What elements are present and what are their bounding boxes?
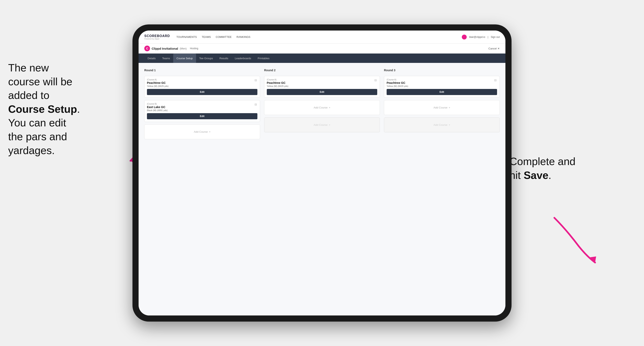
round3-course-a-edit-button[interactable]: Edit	[386, 89, 497, 95]
round3-course-a-delete-icon[interactable]: ⊟	[494, 78, 498, 82]
nav-tournaments[interactable]: TOURNAMENTS	[176, 35, 197, 38]
round1-course-a-name: Peachtree GC	[147, 81, 258, 84]
round3-add-course-disabled-icon: +	[449, 123, 450, 126]
round2-add-course-disabled: Add Course +	[264, 117, 380, 132]
round3-course-a-name: Peachtree GC	[386, 81, 497, 84]
annotation-left: The new course will be added to Course S…	[8, 61, 130, 157]
round2-add-course-active-icon: +	[329, 106, 330, 109]
arrow-right-icon	[550, 214, 612, 267]
nav-left: SCOREBOARD Powered by clippd TOURNAMENTS…	[144, 34, 250, 40]
nav-teams[interactable]: TEAMS	[202, 35, 211, 38]
round3-course-a-card: ⊟ (Course A) Peachtree GC Yellow (M) (66…	[384, 76, 500, 98]
round2-add-course-active-label: Add Course	[314, 106, 328, 109]
annotation-line5: You can edit	[8, 117, 66, 129]
nav-rankings[interactable]: RANKINGS	[236, 35, 250, 38]
round-2-header: Round 2	[264, 69, 380, 72]
svg-marker-1	[589, 256, 596, 263]
scoreboard-logo: SCOREBOARD Powered by clippd	[144, 34, 170, 40]
round1-course-a-label: (Course A)	[147, 79, 258, 81]
round-3-header: Round 3	[384, 69, 500, 72]
round2-add-course-active-button[interactable]: Add Course +	[264, 100, 380, 115]
round2-course-a-card: ⊟ (Course A) Peachtree GC Yellow (M) (66…	[264, 76, 380, 98]
sign-out-link[interactable]: Sign out	[491, 36, 500, 38]
tab-tee-groups[interactable]: Tee Groups	[196, 53, 216, 63]
annotation-line1: The new	[8, 62, 49, 74]
tab-details[interactable]: Details	[144, 53, 159, 63]
tournament-category: (Men)	[180, 47, 187, 50]
round3-add-course-disabled: Add Course +	[384, 117, 500, 132]
round3-add-course-disabled-label: Add Course	[434, 123, 448, 126]
top-nav: SCOREBOARD Powered by clippd TOURNAMENTS…	[138, 30, 506, 43]
tablet-screen: SCOREBOARD Powered by clippd TOURNAMENTS…	[138, 30, 506, 316]
round1-course-b-card: ⊟ (Course B) East Lake GC Black (M) (689…	[144, 100, 260, 122]
round1-add-course-label: Add Course	[194, 130, 208, 133]
tab-course-setup[interactable]: Course Setup	[173, 53, 196, 63]
annotation-line6: the pars and	[8, 131, 67, 143]
round1-course-a-edit-button[interactable]: Edit	[147, 89, 258, 95]
annotation-right-line1: Complete and	[510, 156, 576, 167]
round-1-column: Round 1 ⊟ (Course A) Peachtree GC Yellow…	[144, 69, 260, 139]
annotation-right-line2-plain: hit	[510, 169, 524, 181]
cancel-button[interactable]: Cancel ✕	[488, 47, 500, 50]
round-3-column: Round 3 ⊟ (Course A) Peachtree GC Yellow…	[384, 69, 500, 139]
round3-add-course-active-label: Add Course	[434, 106, 448, 109]
round-2-column: Round 2 ⊟ (Course A) Peachtree GC Yellow…	[264, 69, 380, 139]
tournament-name: Clippd Invitational	[152, 47, 178, 50]
round3-course-a-tee: Yellow (M) (6629 yds)	[386, 85, 497, 87]
annotation-right-line2-suffix: .	[548, 169, 551, 181]
round2-course-a-edit-button[interactable]: Edit	[267, 89, 377, 95]
cancel-label: Cancel	[488, 47, 497, 50]
round2-course-a-name: Peachtree GC	[267, 81, 377, 84]
cancel-icon: ✕	[498, 47, 500, 50]
round3-course-a-label: (Course A)	[386, 79, 497, 81]
annotation-line4-bold: Course Setup	[8, 103, 77, 115]
round1-course-b-delete-icon[interactable]: ⊟	[254, 102, 258, 106]
annotation-line7: yardages.	[8, 145, 54, 156]
nav-committee[interactable]: COMMITTEE	[216, 35, 232, 38]
round1-course-a-tee: Yellow (M) (6629 yds)	[147, 85, 258, 87]
round1-course-a-card: ⊟ (Course A) Peachtree GC Yellow (M) (66…	[144, 76, 260, 98]
tablet-frame: SCOREBOARD Powered by clippd TOURNAMENTS…	[132, 24, 512, 322]
round-1-header: Round 1	[144, 69, 260, 72]
round2-course-a-label: (Course A)	[267, 79, 377, 81]
tab-leaderboards[interactable]: Leaderboards	[232, 53, 254, 63]
annotation-line2: course will be	[8, 76, 72, 88]
content-area: Round 1 ⊟ (Course A) Peachtree GC Yellow…	[138, 63, 506, 316]
annotation-right-line2-bold: Save	[524, 169, 548, 181]
round1-course-b-edit-button[interactable]: Edit	[147, 113, 258, 119]
round1-add-course-icon: +	[209, 130, 211, 133]
nav-avatar	[462, 35, 467, 39]
annotation-line4-suffix: .	[77, 103, 80, 115]
tab-results[interactable]: Results	[216, 53, 232, 63]
tab-teams[interactable]: Teams	[159, 53, 173, 63]
nav-links: TOURNAMENTS TEAMS COMMITTEE RANKINGS	[176, 35, 250, 38]
round3-add-course-active-icon: +	[449, 106, 450, 109]
round1-add-course-button[interactable]: Add Course +	[144, 124, 260, 139]
tab-bar: Details Teams Course Setup Tee Groups Re…	[138, 53, 506, 63]
tournament-bar: C Clippd Invitational (Men) Hosting Canc…	[138, 43, 506, 53]
nav-separator: |	[488, 36, 488, 38]
round2-course-a-delete-icon[interactable]: ⊟	[374, 78, 378, 82]
rounds-container: Round 1 ⊟ (Course A) Peachtree GC Yellow…	[144, 69, 500, 139]
annotation-line3: added to	[8, 89, 49, 101]
tab-printables[interactable]: Printables	[254, 53, 273, 63]
round1-course-b-tee: Black (M) (6891 yds)	[147, 109, 258, 112]
user-email: blair@clippd.io	[469, 36, 485, 38]
round2-add-course-disabled-icon: +	[329, 123, 330, 126]
round3-add-course-active-button[interactable]: Add Course +	[384, 100, 500, 115]
powered-by: Powered by clippd	[144, 38, 170, 40]
round1-course-b-name: East Lake GC	[147, 105, 258, 109]
scoreboard-title: SCOREBOARD	[144, 34, 170, 38]
clippd-logo: C	[144, 46, 150, 51]
round2-add-course-disabled-label: Add Course	[314, 123, 328, 126]
round1-course-b-label: (Course B)	[147, 103, 258, 105]
round2-course-a-tee: Yellow (M) (6629 yds)	[267, 85, 377, 87]
round1-course-a-delete-icon[interactable]: ⊟	[254, 78, 258, 82]
tournament-info: C Clippd Invitational (Men) Hosting	[144, 46, 198, 51]
hosting-badge: Hosting	[190, 47, 198, 50]
annotation-right: Complete and hit Save.	[510, 155, 607, 182]
nav-right: blair@clippd.io | Sign out	[462, 35, 500, 39]
